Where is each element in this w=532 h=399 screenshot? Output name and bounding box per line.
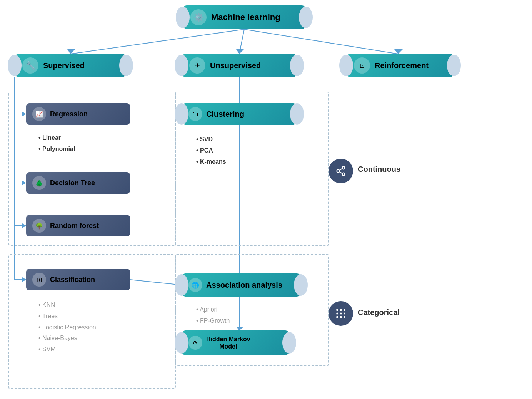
svg-point-24 bbox=[337, 170, 340, 173]
categorical-label: Categorical bbox=[358, 308, 400, 317]
plane-icon: ✈ bbox=[189, 57, 205, 74]
regression-label: Regression bbox=[50, 110, 88, 118]
clustering-label: Clustering bbox=[206, 110, 244, 119]
unsupervised-label: Unsupervised bbox=[210, 61, 261, 70]
monitor-icon: ⊡ bbox=[354, 57, 370, 74]
association-bullets: Apriori FP-Growth bbox=[196, 304, 230, 327]
forest-icon: 🌳 bbox=[32, 219, 46, 233]
classification-label: Classification bbox=[50, 276, 95, 284]
bullet-svm: SVM bbox=[38, 344, 96, 355]
bullet-linear: Linear bbox=[38, 132, 75, 144]
bullet-naive-bayes: Naive-Bayes bbox=[38, 333, 96, 344]
classification-node: ⊞ Classification bbox=[26, 269, 130, 290]
regression-node: 📈 Regression bbox=[26, 103, 130, 125]
bullet-kmeans: K-means bbox=[196, 156, 226, 168]
supervised-node: 🔧 Supervised bbox=[15, 54, 126, 77]
bullet-trees: Trees bbox=[38, 311, 96, 322]
svg-line-2 bbox=[239, 29, 244, 54]
svg-line-27 bbox=[339, 169, 342, 171]
hierarchy-icon: ⊞ bbox=[32, 273, 46, 287]
svg-line-0 bbox=[70, 29, 244, 54]
svg-rect-36 bbox=[344, 316, 345, 318]
chart-icon: 📈 bbox=[32, 107, 46, 121]
clustering-node: 🗂 Clustering bbox=[182, 103, 297, 125]
svg-rect-34 bbox=[336, 316, 338, 318]
svg-marker-5 bbox=[394, 49, 403, 54]
diagram-container: ⚙️ Machine learning 🔧 Supervised ✈ Unsup… bbox=[0, 0, 532, 399]
svg-point-23 bbox=[342, 166, 345, 169]
bullet-fpgrowth: FP-Growth bbox=[196, 315, 230, 327]
reinforcement-node: ⊡ Reinforcement bbox=[346, 54, 454, 77]
regression-bullets: Linear Polynomial bbox=[38, 132, 75, 155]
svg-line-26 bbox=[339, 172, 342, 174]
bullet-svd: SVD bbox=[196, 134, 226, 145]
unsupervised-node: ✈ Unsupervised bbox=[182, 54, 297, 77]
decision-tree-label: Decision Tree bbox=[50, 179, 95, 187]
continuous-label: Continuous bbox=[358, 165, 400, 174]
svg-rect-31 bbox=[336, 313, 338, 315]
svg-marker-3 bbox=[236, 49, 244, 54]
bullet-pca: PCA bbox=[196, 145, 226, 156]
random-forest-node: 🌳 Random forest bbox=[26, 215, 130, 236]
svg-rect-29 bbox=[340, 309, 342, 311]
supervised-label: Supervised bbox=[43, 61, 85, 70]
globe-icon: 🌐 bbox=[188, 278, 202, 292]
svg-rect-32 bbox=[340, 313, 342, 315]
svg-marker-1 bbox=[67, 49, 75, 54]
categorical-icon bbox=[329, 301, 353, 326]
svg-rect-30 bbox=[344, 309, 345, 311]
machine-learning-label: Machine learning bbox=[211, 12, 280, 22]
clustering-bullets: SVD PCA K-means bbox=[196, 134, 226, 167]
bullet-apriori: Apriori bbox=[196, 304, 230, 315]
continuous-icon bbox=[329, 159, 353, 183]
bullet-knn: KNN bbox=[38, 300, 96, 311]
classification-bullets: KNN Trees Logistic Regression Naive-Baye… bbox=[38, 300, 96, 355]
svg-rect-28 bbox=[336, 309, 338, 311]
hidden-markov-label: Hidden MarkovModel bbox=[206, 335, 250, 350]
svg-rect-35 bbox=[340, 316, 342, 318]
reinforcement-label: Reinforcement bbox=[375, 61, 429, 70]
wrench-icon: 🔧 bbox=[22, 57, 38, 74]
tree-icon: 🌲 bbox=[32, 176, 46, 190]
decision-tree-node: 🌲 Decision Tree bbox=[26, 172, 130, 194]
stack-icon: 🗂 bbox=[188, 107, 202, 121]
association-label: Association analysis bbox=[206, 281, 282, 290]
svg-rect-33 bbox=[344, 313, 345, 315]
svg-line-4 bbox=[244, 29, 398, 54]
bullet-logistic: Logistic Regression bbox=[38, 322, 96, 333]
machine-learning-node: ⚙️ Machine learning bbox=[183, 5, 306, 29]
association-node: 🌐 Association analysis bbox=[182, 273, 301, 297]
bullet-polynomial: Polynomial bbox=[38, 144, 75, 155]
hidden-markov-node: ⟳ Hidden MarkovModel bbox=[182, 330, 289, 355]
svg-point-25 bbox=[342, 173, 345, 176]
gear-icon: ⚙️ bbox=[190, 9, 207, 25]
random-forest-label: Random forest bbox=[50, 222, 99, 230]
markov-icon: ⟳ bbox=[188, 336, 202, 350]
